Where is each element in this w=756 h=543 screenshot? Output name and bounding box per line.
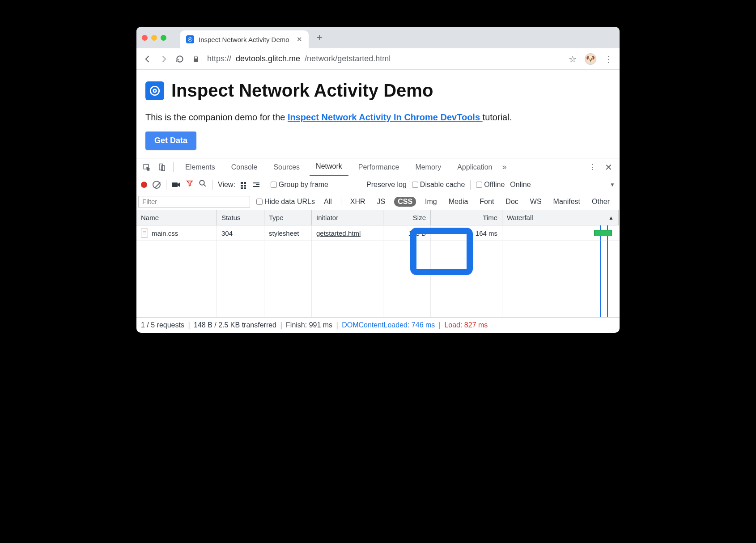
tab-performance[interactable]: Performance bbox=[352, 158, 406, 176]
disable-cache-checkbox[interactable]: Disable cache bbox=[412, 181, 465, 189]
forward-button[interactable] bbox=[159, 55, 169, 64]
status-load: Load: 827 ms bbox=[444, 321, 488, 329]
filter-font[interactable]: Font bbox=[477, 197, 497, 207]
svg-rect-7 bbox=[172, 182, 178, 187]
close-window-icon[interactable] bbox=[142, 35, 148, 41]
browser-menu-icon[interactable]: ⋮ bbox=[604, 54, 613, 64]
get-data-button[interactable]: Get Data bbox=[145, 132, 196, 150]
devtools-logo-icon bbox=[145, 81, 164, 100]
status-transferred: 148 B / 2.5 KB transferred bbox=[194, 321, 276, 329]
tab-sources[interactable]: Sources bbox=[267, 158, 306, 176]
maximize-window-icon[interactable] bbox=[161, 35, 166, 41]
svg-point-1 bbox=[190, 39, 191, 40]
bookmark-icon[interactable]: ☆ bbox=[569, 54, 577, 64]
search-icon[interactable] bbox=[199, 179, 207, 190]
page-heading: Inspect Network Activity Demo bbox=[145, 81, 611, 101]
filter-js[interactable]: JS bbox=[374, 197, 388, 207]
minimize-window-icon[interactable] bbox=[151, 35, 157, 41]
new-tab-button[interactable]: + bbox=[317, 32, 323, 43]
row-size: 148 B bbox=[383, 225, 431, 241]
col-type[interactable]: Type bbox=[264, 210, 312, 225]
filter-ws[interactable]: WS bbox=[527, 197, 544, 207]
close-devtools-icon[interactable]: ✕ bbox=[602, 162, 615, 173]
row-name[interactable]: main.css bbox=[136, 225, 217, 241]
record-icon[interactable] bbox=[141, 182, 147, 188]
page-intro: This is the companion demo for the Inspe… bbox=[145, 112, 611, 123]
tab-network[interactable]: Network bbox=[310, 158, 348, 176]
status-finish: Finish: 991 ms bbox=[286, 321, 332, 329]
filter-manifest[interactable]: Manifest bbox=[551, 197, 583, 207]
reload-button[interactable] bbox=[175, 55, 185, 64]
col-status[interactable]: Status bbox=[217, 210, 264, 225]
devtools-favicon-icon bbox=[186, 35, 194, 43]
col-name[interactable]: Name bbox=[136, 210, 217, 225]
filter-input[interactable] bbox=[138, 196, 250, 208]
page-content: Inspect Network Activity Demo This is th… bbox=[136, 70, 620, 158]
tab-elements[interactable]: Elements bbox=[179, 158, 221, 176]
inspect-element-icon[interactable] bbox=[141, 163, 153, 171]
lock-icon[interactable] bbox=[191, 55, 201, 63]
row-time: 164 ms bbox=[431, 225, 502, 241]
url-display[interactable]: https://devtools.glitch.me/network/getst… bbox=[207, 54, 562, 64]
col-size[interactable]: Size bbox=[383, 210, 431, 225]
load-line-ext bbox=[607, 241, 608, 317]
network-table: Name Status Type Initiator Size Time Wat… bbox=[136, 210, 620, 241]
dcl-line-ext bbox=[600, 241, 601, 317]
url-protocol: https:// bbox=[207, 54, 231, 64]
offline-checkbox[interactable]: Offline bbox=[476, 181, 505, 189]
filter-img[interactable]: Img bbox=[422, 197, 440, 207]
filter-all[interactable]: All bbox=[321, 197, 335, 207]
svg-point-8 bbox=[200, 180, 204, 185]
hide-data-urls-checkbox[interactable]: Hide data URLs bbox=[256, 198, 315, 206]
filter-doc[interactable]: Doc bbox=[503, 197, 521, 207]
status-dcl: DOMContentLoaded: 746 ms bbox=[342, 321, 435, 329]
status-requests: 1 / 5 requests bbox=[141, 321, 184, 329]
network-filter-bar: Hide data URLs All XHR JS CSS Img Media … bbox=[136, 193, 620, 210]
view-label: View: bbox=[218, 181, 235, 189]
large-rows-icon[interactable] bbox=[253, 182, 259, 187]
browser-tab[interactable]: Inspect Network Activity Demo ✕ bbox=[180, 30, 309, 48]
screenshot-icon[interactable] bbox=[172, 182, 181, 188]
browser-window: Inspect Network Activity Demo ✕ + https:… bbox=[136, 27, 620, 333]
file-icon bbox=[141, 229, 148, 238]
list-view-icon[interactable] bbox=[241, 182, 248, 187]
svg-point-2 bbox=[150, 86, 159, 95]
tab-console[interactable]: Console bbox=[225, 158, 264, 176]
throttling-select[interactable]: Online bbox=[510, 181, 531, 189]
col-waterfall[interactable]: Waterfall▲ bbox=[502, 210, 619, 225]
svg-point-0 bbox=[188, 38, 192, 42]
devtools-tab-bar: Elements Console Sources Network Perform… bbox=[136, 158, 620, 176]
filter-media[interactable]: Media bbox=[446, 197, 471, 207]
profile-avatar[interactable]: 🐶 bbox=[585, 53, 596, 65]
svg-rect-5 bbox=[159, 164, 163, 170]
device-toolbar-icon[interactable] bbox=[156, 163, 168, 171]
col-initiator[interactable]: Initiator bbox=[312, 210, 383, 225]
close-tab-icon[interactable]: ✕ bbox=[297, 35, 302, 43]
group-by-frame-checkbox[interactable]: Group by frame bbox=[271, 181, 328, 189]
tab-memory[interactable]: Memory bbox=[409, 158, 447, 176]
page-title: Inspect Network Activity Demo bbox=[171, 81, 433, 101]
back-button[interactable] bbox=[143, 55, 153, 64]
col-time[interactable]: Time bbox=[431, 210, 502, 225]
svg-point-3 bbox=[153, 89, 157, 92]
tutorial-link[interactable]: Inspect Network Activity In Chrome DevTo… bbox=[288, 112, 483, 122]
preserve-log-checkbox[interactable]: Preserve log bbox=[366, 181, 407, 189]
filter-xhr[interactable]: XHR bbox=[348, 197, 368, 207]
row-waterfall bbox=[502, 225, 619, 241]
table-empty-area bbox=[136, 241, 620, 317]
tab-title: Inspect Network Activity Demo bbox=[199, 36, 289, 43]
toolbar-expand-icon[interactable]: ▼ bbox=[610, 182, 615, 188]
url-domain: devtools.glitch.me bbox=[236, 54, 300, 64]
window-controls bbox=[142, 35, 166, 41]
more-tabs-icon[interactable]: » bbox=[502, 162, 506, 172]
devtools-settings-icon[interactable]: ⋮ bbox=[586, 163, 599, 171]
clear-icon[interactable] bbox=[153, 181, 161, 189]
network-toolbar: View: Group by frame Preserve log Disabl… bbox=[136, 176, 620, 193]
network-status-bar: 1 / 5 requests | 148 B / 2.5 KB transfer… bbox=[136, 317, 620, 333]
filter-icon[interactable] bbox=[186, 180, 193, 189]
filter-css[interactable]: CSS bbox=[394, 197, 416, 207]
row-type: stylesheet bbox=[264, 225, 312, 241]
row-initiator[interactable]: getstarted.html bbox=[312, 225, 383, 241]
filter-other[interactable]: Other bbox=[589, 197, 612, 207]
tab-application[interactable]: Application bbox=[451, 158, 498, 176]
